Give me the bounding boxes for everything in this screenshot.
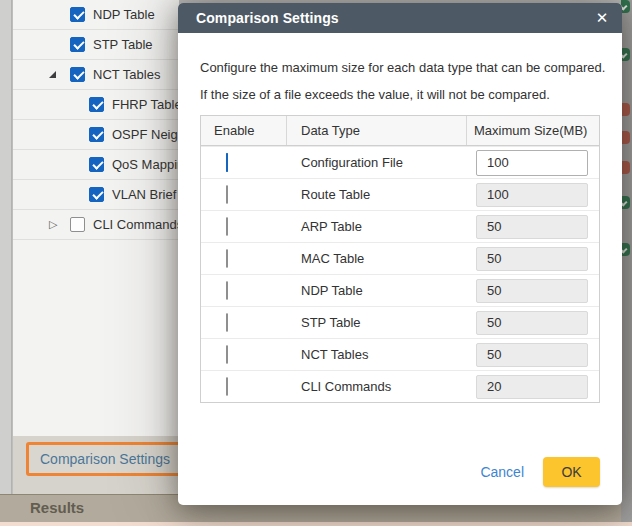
enable-checkbox[interactable] xyxy=(226,377,228,396)
close-icon[interactable]: ✕ xyxy=(591,7,613,29)
results-label: Results xyxy=(30,499,84,516)
comparison-settings-link[interactable]: Comparison Settings xyxy=(40,451,170,467)
enable-checkbox[interactable] xyxy=(226,217,228,236)
panel-gutter xyxy=(0,0,12,522)
tree-item-qos-mapping: QoS Mapping Tab xyxy=(13,150,179,180)
expander-icon xyxy=(49,38,70,52)
expander-icon xyxy=(68,98,89,112)
table-row: NCT Tables xyxy=(201,338,599,370)
tree-item-stp-table: STP Table xyxy=(13,30,179,60)
enable-checkbox[interactable] xyxy=(226,313,228,332)
comparison-settings-highlight-box: Comparison Settings xyxy=(26,442,184,476)
tree-checkbox[interactable] xyxy=(89,187,104,202)
data-type-label: STP Table xyxy=(287,315,467,330)
data-type-label: NCT Tables xyxy=(287,347,467,362)
column-header-enable: Enable xyxy=(201,116,287,145)
description-line-2: If the size of a file exceeds the value,… xyxy=(200,81,600,108)
tree-checkbox[interactable] xyxy=(70,217,85,232)
data-type-label: CLI Commands xyxy=(287,379,467,394)
status-icon-fragment xyxy=(621,131,630,144)
tree-item-label: NDP Table xyxy=(93,7,155,22)
tree-item-label: NCT Tables xyxy=(93,67,160,82)
dialog-body: Configure the maximum size for each data… xyxy=(178,54,622,487)
tree-item-vlan-brief: VLAN Brief xyxy=(13,180,179,210)
expand-triangle-icon[interactable] xyxy=(49,218,70,232)
column-header-data-type: Data Type xyxy=(287,116,467,145)
cancel-button[interactable]: Cancel xyxy=(480,464,524,480)
enable-checkbox[interactable] xyxy=(226,345,228,364)
table-row: Route Table xyxy=(201,178,599,210)
tree-item-ospf-neighbors: OSPF Neighbors xyxy=(13,120,179,150)
data-type-label: Configuration File xyxy=(287,155,467,170)
max-size-input xyxy=(476,311,588,335)
max-size-input xyxy=(476,279,588,303)
tree-item-label: QoS Mapping Tab xyxy=(112,157,179,172)
tree-checkbox[interactable] xyxy=(70,7,85,22)
max-size-input xyxy=(476,375,588,399)
table-header-row: Enable Data Type Maximum Size(MB) xyxy=(201,116,599,146)
tree-item-label: CLI Commands xyxy=(93,217,179,232)
table-row: ARP Table xyxy=(201,210,599,242)
status-icon-fragment xyxy=(621,103,630,116)
app-screen: NDP Table STP Table NCT Tables FHRP Tabl… xyxy=(0,0,632,526)
status-icon-fragment xyxy=(621,48,630,61)
enable-checkbox[interactable] xyxy=(226,153,228,172)
bottom-edge-strip xyxy=(0,522,632,526)
dialog-description: Configure the maximum size for each data… xyxy=(200,54,600,108)
tree-checkbox[interactable] xyxy=(70,37,85,52)
tree-item-ndp-table: NDP Table xyxy=(13,0,179,30)
max-size-input xyxy=(476,343,588,367)
max-size-input xyxy=(476,183,588,207)
table-row: CLI Commands xyxy=(201,370,599,402)
status-icon-fragment xyxy=(621,243,630,256)
data-type-label: Route Table xyxy=(287,187,467,202)
tree-item-fhrp-table: FHRP Table xyxy=(13,90,179,120)
max-size-table: Enable Data Type Maximum Size(MB) Config… xyxy=(200,115,600,403)
table-row: MAC Table xyxy=(201,242,599,274)
expander-icon xyxy=(68,128,89,142)
max-size-input xyxy=(476,247,588,271)
enable-checkbox[interactable] xyxy=(226,281,228,300)
data-type-label: ARP Table xyxy=(287,219,467,234)
data-type-tree: NDP Table STP Table NCT Tables FHRP Tabl… xyxy=(13,0,179,436)
comparison-settings-dialog: Comparison Settings ✕ Configure the maxi… xyxy=(178,3,622,505)
expander-icon xyxy=(68,158,89,172)
description-line-1: Configure the maximum size for each data… xyxy=(200,54,600,81)
max-size-input[interactable] xyxy=(476,150,588,176)
tree-checkbox[interactable] xyxy=(89,127,104,142)
expander-icon xyxy=(68,188,89,202)
dialog-header: Comparison Settings ✕ xyxy=(178,3,622,33)
dialog-footer: Cancel OK xyxy=(200,457,600,487)
enable-checkbox[interactable] xyxy=(226,185,228,204)
collapse-triangle-icon[interactable] xyxy=(49,68,70,82)
status-icon-fragment xyxy=(621,161,630,174)
table-row: STP Table xyxy=(201,306,599,338)
tree-item-label: FHRP Table xyxy=(112,97,179,112)
column-header-max-size: Maximum Size(MB) xyxy=(467,116,599,145)
dialog-title: Comparison Settings xyxy=(196,10,339,26)
background-status-column xyxy=(621,0,632,522)
max-size-input xyxy=(476,215,588,239)
ok-button[interactable]: OK xyxy=(543,457,600,487)
data-type-label: MAC Table xyxy=(287,251,467,266)
expander-icon xyxy=(49,8,70,22)
status-icon-fragment xyxy=(621,0,630,13)
tree-checkbox[interactable] xyxy=(89,157,104,172)
data-type-label: NDP Table xyxy=(287,283,467,298)
tree-item-label: STP Table xyxy=(93,37,153,52)
enable-checkbox[interactable] xyxy=(226,249,228,268)
tree-checkbox[interactable] xyxy=(89,97,104,112)
tree-item-cli-commands: CLI Commands xyxy=(13,210,179,240)
tree-item-label: VLAN Brief xyxy=(112,187,176,202)
table-row: Configuration File xyxy=(201,146,599,178)
table-row: NDP Table xyxy=(201,274,599,306)
tree-item-label: OSPF Neighbors xyxy=(112,127,179,142)
tree-checkbox[interactable] xyxy=(70,67,85,82)
status-icon-fragment xyxy=(621,196,630,209)
tree-item-nct-tables: NCT Tables xyxy=(13,60,179,90)
